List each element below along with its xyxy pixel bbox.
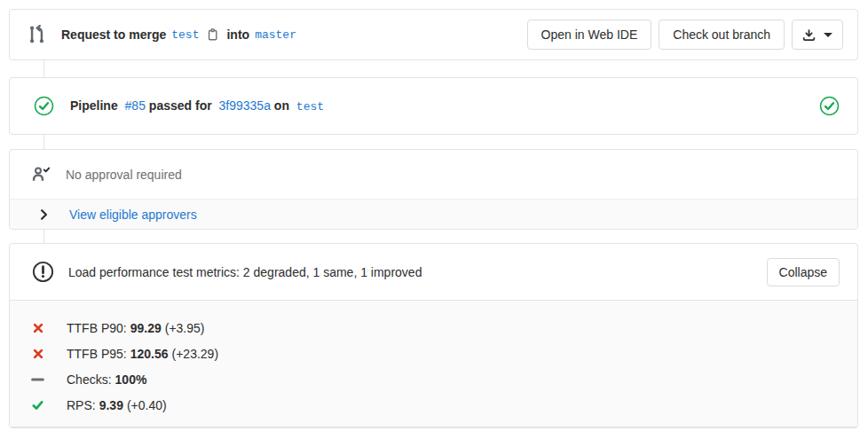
pipeline-mini-graph-stage-icon[interactable]: [819, 96, 840, 116]
into-label: into: [226, 27, 249, 42]
metric-text: TTFB P95:120.56(+23.29): [67, 347, 218, 361]
metric-delta: (+23.29): [172, 347, 219, 361]
approval-status-row: No approval required: [10, 150, 857, 199]
status-alert-icon: [32, 261, 54, 283]
passed-for-label: passed for: [149, 98, 212, 113]
metric-value: 100%: [115, 372, 147, 387]
metric-row: TTFB P90:99.29(+3.95): [10, 315, 857, 341]
load-performance-summary: Load performance test metrics: 2 degrade…: [68, 265, 767, 279]
view-eligible-approvers-row[interactable]: View eligible approvers: [10, 199, 857, 229]
open-web-ide-button[interactable]: Open in Web IDE: [527, 20, 652, 50]
metric-delta: (+3.95): [165, 321, 205, 335]
target-branch-link[interactable]: master: [255, 28, 296, 42]
request-to-merge-label: Request to merge: [61, 27, 166, 42]
merge-request-header-card: Request to merge test into master Open i…: [9, 9, 858, 60]
approvals-card: No approval required View eligible appro…: [9, 149, 858, 230]
pipeline-status-text: Pipeline #85 passed for 3f99335a on test: [70, 98, 819, 114]
copy-branch-button[interactable]: [206, 27, 219, 42]
metric-value: 99.29: [130, 321, 162, 335]
approval-user-check-icon: [32, 166, 51, 183]
metric-value: 9.39: [99, 398, 123, 412]
section-connector: [43, 230, 44, 243]
source-branch-link[interactable]: test: [171, 28, 199, 42]
metric-label: TTFB P90:: [67, 321, 127, 335]
pipeline-card: Pipeline #85 passed for 3f99335a on test: [9, 77, 858, 135]
section-connector: [43, 60, 44, 77]
metric-text: TTFB P90:99.29(+3.95): [67, 321, 204, 335]
metric-row: Checks:100%: [10, 366, 857, 392]
load-performance-card: Load performance test metrics: 2 degrade…: [9, 243, 858, 428]
collapse-button[interactable]: Collapse: [767, 258, 840, 286]
metric-label: TTFB P95:: [67, 347, 127, 361]
commit-sha-link[interactable]: 3f99335a: [219, 98, 271, 113]
load-performance-header: Load performance test metrics: 2 degrade…: [10, 244, 857, 300]
view-eligible-approvers-link[interactable]: View eligible approvers: [69, 208, 197, 222]
mr-widget: Request to merge test into master Open i…: [0, 0, 868, 428]
download-dropdown-button[interactable]: [792, 20, 843, 50]
pipeline-branch-link[interactable]: test: [296, 100, 324, 114]
dash-icon: [31, 377, 44, 382]
section-connector: [43, 135, 44, 149]
pipeline-word: Pipeline: [70, 98, 118, 113]
x-icon: [31, 323, 44, 333]
metric-value: 120.56: [130, 347, 169, 361]
approval-message: No approval required: [66, 168, 182, 182]
metric-delta: (+0.40): [127, 398, 167, 412]
chevron-down-icon: [824, 33, 832, 37]
pipeline-id-link[interactable]: #85: [125, 98, 146, 113]
on-label: on: [274, 98, 289, 113]
download-icon: [802, 28, 816, 42]
merge-request-title: Request to merge test into master: [61, 27, 527, 42]
metric-label: RPS:: [67, 398, 96, 412]
load-performance-metrics: TTFB P90:99.29(+3.95) TTFB P95:120.56(+2…: [10, 300, 857, 427]
check-icon: [31, 400, 44, 411]
metric-row: TTFB P95:120.56(+23.29): [10, 341, 857, 366]
pipeline-status-success-icon: [34, 96, 54, 116]
x-icon: [31, 349, 44, 359]
metric-row: RPS:9.39(+0.40): [10, 392, 857, 418]
metric-label: Checks:: [67, 372, 112, 387]
metric-text: RPS:9.39(+0.40): [67, 398, 167, 412]
chevron-right-icon: [40, 209, 48, 220]
checkout-branch-button[interactable]: Check out branch: [659, 20, 785, 50]
merge-request-icon: [28, 25, 46, 44]
metric-text: Checks:100%: [67, 372, 150, 387]
